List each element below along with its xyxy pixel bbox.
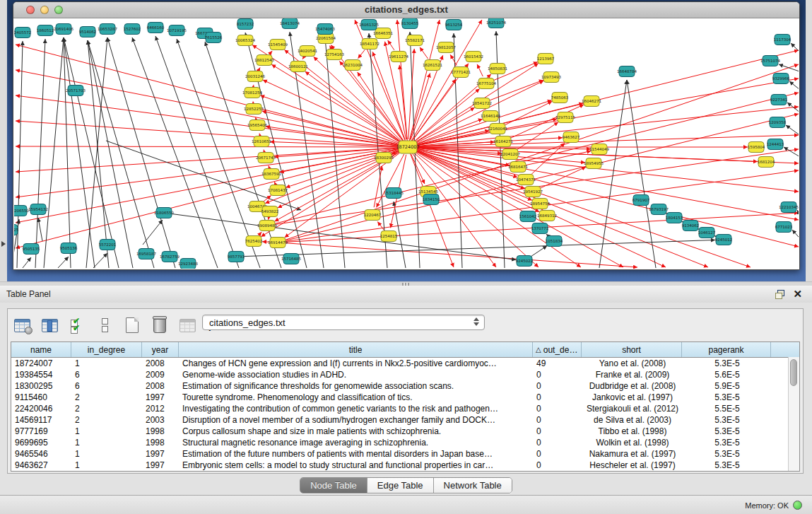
column-header-short[interactable]: short	[582, 342, 682, 357]
table-row[interactable]: 969969511998Structural magnetic resonanc…	[11, 437, 799, 448]
scrollbar-thumb[interactable]	[790, 359, 797, 386]
cell-pagerank: 5.3E-5	[682, 437, 771, 448]
unselect-all-columns-button[interactable]	[95, 315, 114, 335]
table-row[interactable]: 977716911998Corpus callosum shape and si…	[11, 426, 799, 437]
node-label: 16782759	[160, 255, 180, 259]
node-label: 26206550	[14, 209, 29, 213]
table-header-row[interactable]: namein_degreeyeartitle△out_de…shortpager…	[11, 342, 799, 358]
cell-title: Embryonic stem cells: a model to study s…	[179, 460, 533, 471]
zoom-window-icon[interactable]	[54, 6, 63, 14]
cell-pagerank: 5.3E-5	[682, 460, 771, 471]
node-label: 1051834	[546, 239, 563, 243]
cell-name: 18300295	[11, 380, 71, 392]
cell-short: Dudbridge et al. (2008)	[582, 380, 682, 392]
cell-name: 14569117	[11, 414, 71, 426]
node-label: 6466160	[147, 25, 165, 30]
select-columns-button[interactable]	[40, 315, 59, 335]
delete-rows-button[interactable]	[150, 315, 170, 335]
cell-short: Wolkin et al. (1998)	[582, 437, 682, 448]
sidebar-collapse-arrow-icon[interactable]	[1, 241, 6, 247]
network-canvas[interactable]: 1872400711545409188125432003124617081254…	[14, 18, 799, 269]
network-window-titlebar[interactable]: citations_edges.txt	[13, 2, 799, 18]
select-all-columns-button[interactable]: ✔ ✔	[67, 315, 87, 335]
node-label: 8157232	[237, 22, 254, 26]
table-row[interactable]: 946362711997Embryonic stem cells: a mode…	[11, 460, 799, 471]
table-body[interactable]: 1872400712008Changes of HCN gene express…	[11, 358, 799, 471]
column-header-in_degree[interactable]: in_degree	[71, 342, 142, 357]
tab-network-table[interactable]: Network Table	[434, 478, 512, 493]
node-label: 6771023	[775, 225, 793, 229]
cell-year: 1997	[142, 448, 179, 460]
table-source-value: citations_edges.txt	[209, 317, 286, 328]
node-label: 10719195	[167, 28, 187, 33]
cell-in_degree: 1	[71, 358, 142, 369]
node-label: 15751074	[760, 59, 780, 63]
node-label: 16231004	[343, 63, 363, 67]
close-window-icon[interactable]	[26, 6, 35, 14]
tab-edge-table[interactable]: Edge Table	[367, 478, 434, 493]
column-header-name[interactable]: name	[11, 342, 71, 357]
node-label: 9505135	[23, 247, 40, 251]
node-label: 9505136	[60, 246, 78, 250]
node-label: 17081437	[268, 188, 288, 192]
citation-network-graph[interactable]: 1872400711545409188125432003124617081254…	[14, 18, 799, 269]
delete-table-button[interactable]	[177, 315, 197, 335]
node-label: 16251074	[486, 21, 506, 25]
table-row[interactable]: 1830029562008Estimation of significance …	[11, 380, 799, 392]
node-label: 19565406	[247, 123, 267, 127]
cell-pagerank: 5.3E-5	[682, 414, 771, 426]
cell-year: 2008	[142, 358, 179, 369]
node-label: 1595804	[748, 145, 765, 149]
node-label: 21806550	[154, 211, 174, 215]
node-label: 16816471	[508, 165, 528, 169]
node-label: 18954754	[530, 201, 550, 206]
tab-node-table[interactable]: Node Table	[300, 478, 367, 493]
float-panel-icon[interactable]	[775, 290, 784, 298]
column-header-pagerank[interactable]: pagerank	[682, 342, 771, 357]
table-row[interactable]: 911546021997Tourette syndrome. Phenomeno…	[11, 392, 799, 403]
table-row[interactable]: 946554611997Estimation of the future num…	[11, 448, 799, 460]
memory-status-label: Memory: OK	[745, 501, 789, 510]
table-row[interactable]: 1872400712008Changes of HCN gene express…	[11, 358, 799, 369]
column-header-title[interactable]: title	[179, 342, 533, 357]
minimize-window-icon[interactable]	[40, 6, 49, 14]
application-window: citations_edges.txt 18724007115454091881…	[0, 0, 812, 514]
node-label: 17771421	[451, 70, 471, 74]
cell-short: Stergiakouli et al. (2012)	[582, 403, 682, 414]
node-label: 1254815	[380, 234, 398, 238]
table-row[interactable]: 1456911722003Disruption of a novel membe…	[11, 414, 799, 426]
node-label: 16648784	[617, 69, 637, 74]
node-label: 16958187	[136, 252, 156, 256]
node-label: 18812543	[254, 58, 274, 62]
new-table-button[interactable]	[122, 315, 142, 335]
cell-pagerank: 5.3E-5	[682, 392, 771, 403]
cell-pagerank: 5.3E-5	[682, 448, 771, 460]
cell-name: 19384554	[11, 369, 71, 380]
cell-year: 1997	[142, 392, 179, 403]
close-panel-icon[interactable]: ✕	[793, 286, 802, 303]
node-label: 12160041	[488, 127, 507, 131]
node-label: 12923488	[178, 262, 198, 266]
node-label: 16793197	[649, 207, 669, 211]
cell-pagerank: 5.6E-5	[682, 369, 771, 380]
cell-in_degree: 2	[71, 392, 142, 403]
node-label: 16849312	[537, 214, 557, 218]
cell-name: 22420046	[11, 403, 71, 414]
cell-title: Changes of HCN gene expression and I(f) …	[179, 358, 533, 369]
table-source-select[interactable]: citations_edges.txt	[202, 315, 485, 330]
cell-out_degree: 49	[533, 358, 582, 369]
vertical-scrollbar[interactable]	[788, 357, 799, 471]
memory-ok-icon[interactable]	[793, 501, 802, 510]
node-table[interactable]: namein_degreeyeartitle△out_de…shortpager…	[11, 341, 800, 472]
node-label: 1046127	[698, 230, 716, 235]
column-header-out_degree[interactable]: △out_de…	[533, 342, 582, 357]
node-label: 10653287	[98, 27, 117, 31]
column-header-year[interactable]: year	[142, 342, 179, 357]
table-settings-button[interactable]	[12, 315, 32, 335]
cell-in_degree: 6	[71, 380, 142, 392]
table-row[interactable]: 1938455462009Genome-wide association stu…	[11, 369, 799, 380]
cell-out_degree: 0	[533, 392, 582, 403]
cell-year: 2009	[142, 369, 179, 380]
cell-in_degree: 1	[71, 448, 142, 460]
table-row[interactable]: 2242004622012Investigating the contribut…	[11, 403, 799, 414]
